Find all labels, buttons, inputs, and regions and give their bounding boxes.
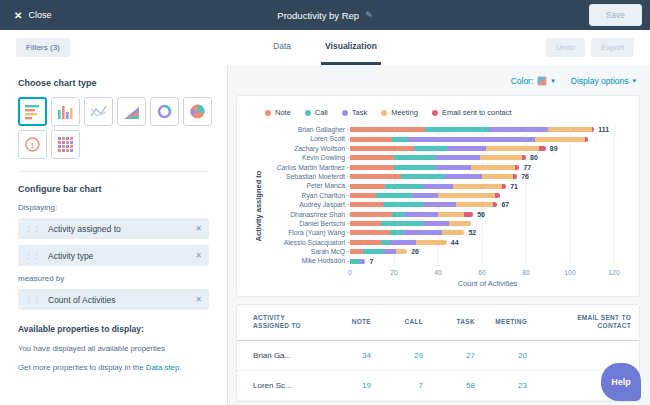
bar-segment-note[interactable] (350, 193, 376, 198)
bar-segment-email-sent-to-contact[interactable] (502, 184, 506, 189)
bar-segment-call[interactable] (414, 146, 447, 151)
chart-type-pie[interactable] (183, 97, 212, 126)
bar-segment-call[interactable] (392, 212, 405, 217)
table-cell-value[interactable]: 23 (483, 372, 535, 399)
close-button[interactable]: ✕ Close (8, 6, 57, 25)
bar-segment-meeting[interactable] (486, 146, 539, 151)
legend-item[interactable]: Call (305, 108, 328, 117)
legend-item[interactable]: Note (265, 108, 291, 117)
bar-segment-note[interactable] (350, 127, 425, 132)
dimension-pill-activity-assigned-to[interactable]: ⋮⋮ Activity assigned to ✕ (18, 218, 209, 239)
bar-segment-note[interactable] (350, 184, 385, 189)
bar-segment-task[interactable] (383, 249, 396, 254)
bar-segment-call[interactable] (394, 165, 436, 170)
drag-handle-icon[interactable]: ⋮⋮ (25, 225, 41, 233)
bar-segment-call[interactable] (376, 193, 411, 198)
bar-segment-task[interactable] (423, 221, 449, 226)
chart-type-line[interactable] (84, 97, 113, 126)
bar-segment-call[interactable] (425, 127, 489, 132)
bar-segment-meeting[interactable] (480, 155, 522, 160)
bar-segment-task[interactable] (359, 259, 366, 264)
remove-icon[interactable]: ✕ (195, 224, 202, 233)
chart-type-horizontal-bar[interactable] (18, 97, 47, 126)
save-button[interactable]: Save (589, 4, 642, 26)
tab-data[interactable]: Data (269, 30, 295, 65)
bar-segment-note[interactable] (350, 174, 401, 179)
help-button[interactable]: Help (601, 363, 641, 401)
chart-type-area[interactable] (117, 97, 146, 126)
bar-segment-task[interactable] (407, 137, 535, 142)
table-cell-value[interactable]: 19 (327, 372, 379, 399)
bar-segment-note[interactable] (350, 202, 383, 207)
chart-type-table[interactable] (51, 130, 80, 159)
table-cell-value[interactable]: 29 (379, 342, 431, 369)
display-options-dropdown[interactable]: Display options ▾ (571, 76, 636, 86)
bar-segment-task[interactable] (436, 165, 471, 170)
bar-segment-task[interactable] (403, 230, 443, 235)
bar-segment-task[interactable] (423, 202, 456, 207)
bar-segment-email-sent-to-contact[interactable] (522, 155, 526, 160)
measure-pill-count-of-activities[interactable]: ⋮⋮ Count of Activities ✕ (18, 289, 209, 310)
color-dropdown[interactable]: Color: ▾ (511, 76, 555, 86)
bar-segment-call[interactable] (381, 221, 423, 226)
bar-segment-call[interactable] (381, 240, 390, 245)
legend-item[interactable]: Meeting (381, 108, 418, 117)
bar-segment-note[interactable] (350, 165, 394, 170)
bar-segment-meeting[interactable] (416, 240, 447, 245)
bar-segment-task[interactable] (447, 146, 487, 151)
bar-segment-task[interactable] (445, 174, 482, 179)
bar-segment-call[interactable] (383, 202, 423, 207)
bar-segment-email-sent-to-contact[interactable] (495, 193, 499, 198)
chart-type-summary[interactable]: 1 (18, 130, 47, 159)
table-cell-value[interactable]: 34 (327, 342, 379, 369)
bar-segment-email-sent-to-contact[interactable] (513, 174, 517, 179)
bar-segment-note[interactable] (350, 212, 392, 217)
bar-segment-call[interactable] (350, 259, 359, 264)
table-cell-value[interactable]: 7 (379, 372, 431, 399)
legend-item[interactable]: Task (342, 108, 367, 117)
bar-segment-call[interactable] (363, 249, 383, 254)
bar-segment-task[interactable] (489, 127, 548, 132)
bar-segment-meeting[interactable] (442, 230, 464, 235)
dimension-pill-activity-type[interactable]: ⋮⋮ Activity type ✕ (18, 245, 209, 266)
bar-segment-meeting[interactable] (438, 193, 495, 198)
bar-segment-meeting[interactable] (438, 212, 464, 217)
bar-segment-meeting[interactable] (471, 165, 515, 170)
legend-item[interactable]: Email sent to contact (432, 108, 512, 117)
bar-segment-email-sent-to-contact[interactable] (539, 146, 546, 151)
bar-segment-meeting[interactable] (396, 249, 407, 254)
bar-segment-note[interactable] (350, 146, 414, 151)
bar-segment-task[interactable] (390, 240, 416, 245)
bar-segment-meeting[interactable] (482, 174, 513, 179)
bar-segment-call[interactable] (401, 174, 445, 179)
tab-visualization[interactable]: Visualization (321, 30, 381, 65)
bar-segment-meeting[interactable] (548, 127, 592, 132)
bar-segment-task[interactable] (405, 212, 438, 217)
bar-segment-meeting[interactable] (449, 221, 471, 226)
bar-segment-email-sent-to-contact[interactable] (464, 212, 473, 217)
bar-segment-email-sent-to-contact[interactable] (515, 165, 519, 170)
export-button[interactable]: Export (591, 38, 634, 57)
bar-segment-call[interactable] (390, 230, 403, 235)
bar-segment-meeting[interactable] (456, 202, 493, 207)
bar-segment-note[interactable] (350, 155, 394, 160)
bar-segment-meeting[interactable] (535, 137, 586, 142)
bar-segment-call[interactable] (394, 155, 436, 160)
drag-handle-icon[interactable]: ⋮⋮ (25, 252, 41, 260)
bar-segment-note[interactable] (350, 137, 392, 142)
bar-segment-meeting[interactable] (453, 184, 501, 189)
remove-icon[interactable]: ✕ (195, 251, 202, 260)
bar-segment-note[interactable] (350, 240, 381, 245)
chart-type-donut[interactable] (150, 97, 179, 126)
bar-segment-email-sent-to-contact[interactable] (592, 127, 594, 132)
bar-segment-email-sent-to-contact[interactable] (585, 137, 587, 142)
drag-handle-icon[interactable]: ⋮⋮ (25, 296, 41, 304)
undo-button[interactable]: Undo (546, 38, 585, 57)
data-step-link[interactable]: Data step. (146, 363, 182, 372)
edit-title-icon[interactable]: ✎ (365, 10, 373, 20)
table-cell-value[interactable]: 20 (483, 342, 535, 369)
bar-segment-call[interactable] (385, 184, 422, 189)
bar-segment-task[interactable] (436, 155, 480, 160)
bar-segment-task[interactable] (412, 193, 438, 198)
bar-segment-note[interactable] (350, 221, 381, 226)
